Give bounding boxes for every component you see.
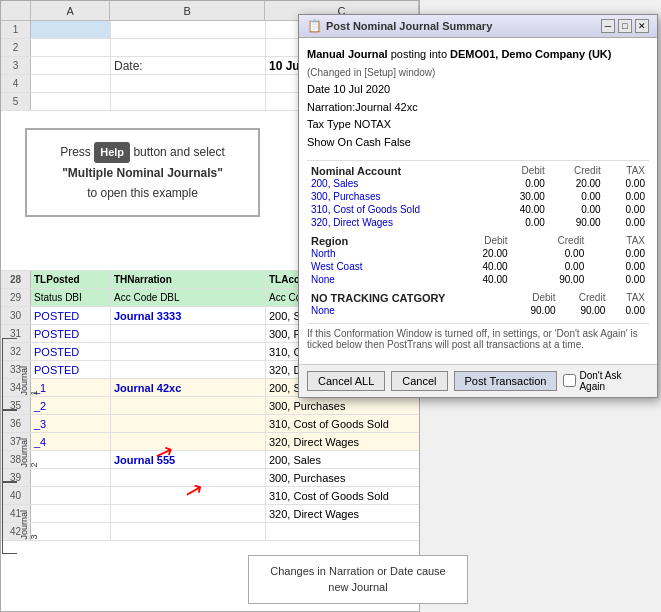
changes-note-text: Changes in Narration or Date cause new J…	[270, 565, 445, 592]
dialog-window-controls[interactable]: ─ □ ✕	[601, 19, 649, 33]
nominal-account: 310, Cost of Goods Sold	[307, 203, 496, 216]
dialog-title: 📋 Post Nominal Journal Summary	[307, 19, 492, 33]
manual-journal-label: Manual Journal	[307, 48, 388, 60]
post-journal-dialog[interactable]: 📋 Post Nominal Journal Summary ─ □ ✕ Man…	[298, 14, 658, 398]
company-name: DEMO01, Demo Company (UK)	[450, 48, 611, 60]
maximize-button[interactable]: □	[618, 19, 632, 33]
tracking-table: NO TRACKING CATGORY Debit Credit TAX Non…	[307, 292, 649, 317]
tax-label: Tax Type	[307, 118, 351, 130]
table-row: 35 _2 300, Purchases	[1, 397, 419, 415]
journal3-bracket	[2, 482, 17, 554]
table-row: 42	[1, 523, 419, 541]
nominal-credit: 20.00	[549, 177, 605, 190]
date-label: Date	[307, 83, 330, 95]
nominal-table-row: 310, Cost of Goods Sold 40.00 0.00 0.00	[307, 203, 649, 216]
table-row: 40 310, Cost of Goods Sold	[1, 487, 419, 505]
narration-value: Journal 42xc	[355, 101, 417, 113]
dialog-footer[interactable]: Cancel ALL Cancel Post Transaction Don't…	[299, 364, 657, 397]
tracking-tax: 0.00	[609, 304, 649, 317]
dialog-warning-text: If this Conformation Window is turned of…	[307, 323, 649, 350]
nominal-debit-header: Debit	[496, 165, 549, 177]
tracking-credit-header: Credit	[560, 292, 610, 304]
narration-label: Narration	[307, 101, 352, 113]
help-instruction-box: Press Help button and select "Multiple N…	[25, 128, 260, 217]
region-table-row: West Coast 40.00 0.00 0.00	[307, 260, 649, 273]
nominal-account: 320, Direct Wages	[307, 216, 496, 229]
nominal-tax: 0.00	[605, 190, 649, 203]
show-value: False	[384, 136, 411, 148]
region-table: Region Debit Credit TAX North 20.00 0.00…	[307, 235, 649, 286]
region-debit: 20.00	[439, 247, 512, 260]
nominal-table: Nominal Account Debit Credit TAX 200, Sa…	[307, 165, 649, 229]
table-row: 36 _3 310, Cost of Goods Sold	[1, 415, 419, 433]
region-tax: 0.00	[588, 247, 649, 260]
dont-ask-checkbox[interactable]	[563, 374, 576, 387]
region-name: West Coast	[307, 260, 439, 273]
region-credit-header: Credit	[512, 235, 589, 247]
help-text-open: to open this example	[87, 186, 198, 200]
table-row: 41 320, Direct Wages	[1, 505, 419, 523]
region-section: Region Debit Credit TAX North 20.00 0.00…	[307, 235, 649, 286]
dont-ask-label: Don't Ask Again	[579, 370, 649, 392]
minimize-button[interactable]: ─	[601, 19, 615, 33]
posting-into-text: posting into	[391, 48, 450, 60]
table-row: 39 300, Purchases	[1, 469, 419, 487]
journal2-bracket	[2, 410, 17, 482]
region-table-row: North 20.00 0.00 0.00	[307, 247, 649, 260]
cancel-button[interactable]: Cancel	[391, 371, 447, 391]
post-transaction-button[interactable]: Post Transaction	[454, 371, 558, 391]
help-menu-item: "Multiple Nominal Journals"	[62, 166, 223, 180]
dialog-header-info: Manual Journal posting into DEMO01, Demo…	[307, 46, 649, 152]
nominal-table-row: 320, Direct Wages 0.00 90.00 0.00	[307, 216, 649, 229]
help-text-select: button and select	[133, 145, 224, 159]
nominal-debit: 40.00	[496, 203, 549, 216]
journal2-label: Journal 2	[19, 438, 39, 468]
region-table-row: None 40.00 90.00 0.00	[307, 273, 649, 286]
tracking-section-title: NO TRACKING CATGORY	[307, 292, 512, 304]
tracking-debit: 90.00	[512, 304, 560, 317]
nominal-table-row: 200, Sales 0.00 20.00 0.00	[307, 177, 649, 190]
cancel-all-button[interactable]: Cancel ALL	[307, 371, 385, 391]
nominal-debit: 30.00	[496, 190, 549, 203]
journal3-label: Journal 3	[19, 510, 39, 540]
changed-text: (Changed in [Setup] window)	[307, 67, 435, 78]
tracking-table-row: None 90.00 90.00 0.00	[307, 304, 649, 317]
nominal-debit: 0.00	[496, 216, 549, 229]
nominal-credit: 0.00	[549, 190, 605, 203]
nominal-section-title: Nominal Account	[307, 165, 496, 177]
tracking-section: NO TRACKING CATGORY Debit Credit TAX Non…	[307, 292, 649, 317]
nominal-tax-header: TAX	[605, 165, 649, 177]
dont-ask-checkbox-area[interactable]: Don't Ask Again	[563, 370, 649, 392]
tracking-item: None	[307, 304, 512, 317]
region-debit: 40.00	[439, 273, 512, 286]
col-a-header: A	[31, 1, 111, 20]
tracking-tax-header: TAX	[609, 292, 649, 304]
date-value: 10 Jul 2020	[333, 83, 390, 95]
region-tax: 0.00	[588, 273, 649, 286]
help-text-press: Press	[60, 145, 91, 159]
journal1-label: Journal 1	[19, 366, 39, 396]
nominal-credit: 90.00	[549, 216, 605, 229]
tracking-credit: 90.00	[560, 304, 610, 317]
nominal-section: Nominal Account Debit Credit TAX 200, Sa…	[307, 165, 649, 229]
nominal-table-row: 300, Purchases 30.00 0.00 0.00	[307, 190, 649, 203]
nominal-account: 200, Sales	[307, 177, 496, 190]
table-row: 37 _4 320, Direct Wages	[1, 433, 419, 451]
nominal-credit: 0.00	[549, 203, 605, 216]
region-debit: 40.00	[439, 260, 512, 273]
nominal-tax: 0.00	[605, 203, 649, 216]
close-button[interactable]: ✕	[635, 19, 649, 33]
nominal-credit-header: Credit	[549, 165, 605, 177]
tax-value: NOTAX	[354, 118, 391, 130]
region-name: None	[307, 273, 439, 286]
region-tax: 0.00	[588, 260, 649, 273]
nominal-tax: 0.00	[605, 177, 649, 190]
changes-note-box: Changes in Narration or Date cause new J…	[248, 555, 468, 604]
nominal-account: 300, Purchases	[307, 190, 496, 203]
region-credit: 0.00	[512, 247, 589, 260]
help-button-label: Help	[94, 142, 130, 163]
region-name: North	[307, 247, 439, 260]
table-row: 38 Journal 555 200, Sales	[1, 451, 419, 469]
region-credit: 0.00	[512, 260, 589, 273]
tracking-debit-header: Debit	[512, 292, 560, 304]
